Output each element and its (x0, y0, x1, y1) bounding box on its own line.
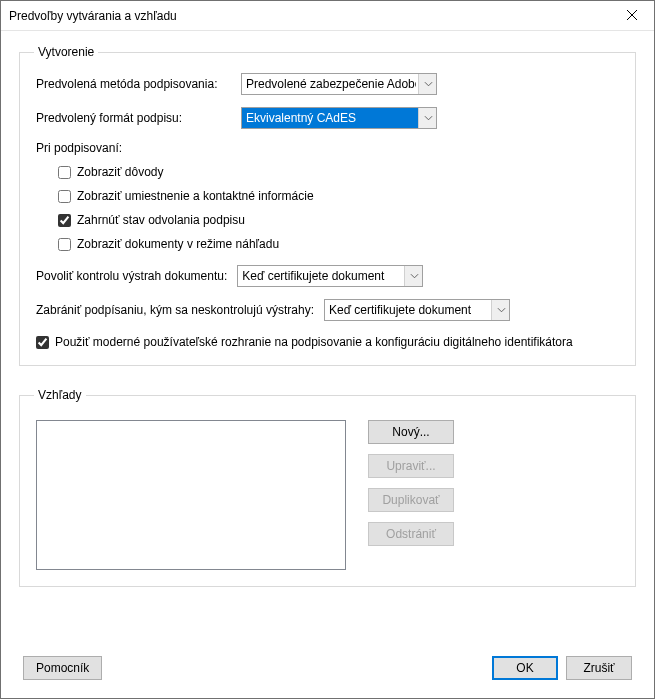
default-method-select[interactable]: Predvolené zabezpečenie Adobe (241, 73, 437, 95)
appearances-buttons: Nový... Upraviť... Duplikovať Odstrániť (368, 420, 454, 570)
dialog-footer: Pomocník OK Zrušiť (19, 656, 636, 684)
default-format-select[interactable]: Ekvivalentný CAdES (241, 107, 437, 129)
when-signing-label: Pri podpisovaní: (36, 141, 619, 155)
cancel-button[interactable]: Zrušiť (566, 656, 632, 680)
default-method-select-wrap: Predvolené zabezpečenie Adobe (241, 73, 437, 95)
allow-warnings-row: Povoliť kontrolu výstrah dokumentu: Keď … (36, 265, 619, 287)
allow-warnings-label: Povoliť kontrolu výstrah dokumentu: (36, 269, 227, 283)
show-reasons-row: Zobraziť dôvody (58, 165, 619, 179)
include-revocation-row: Zahrnúť stav odvolania podpisu (58, 213, 619, 227)
default-format-row: Predvolený formát podpisu: Ekvivalentný … (36, 107, 619, 129)
close-button[interactable] (609, 1, 654, 30)
titlebar: Predvoľby vytvárania a vzhľadu (1, 1, 654, 31)
edit-button[interactable]: Upraviť... (368, 454, 454, 478)
signing-checks: Zobraziť dôvody Zobraziť umiestnenie a k… (58, 165, 619, 251)
default-format-label: Predvolený formát podpisu: (36, 111, 241, 125)
allow-warnings-select-wrap: Keď certifikujete dokument (237, 265, 423, 287)
default-format-select-wrap: Ekvivalentný CAdES (241, 107, 437, 129)
show-reasons-checkbox[interactable] (58, 166, 71, 179)
modern-ui-row: Použiť moderné používateľské rozhranie n… (36, 335, 619, 349)
show-reasons-label: Zobraziť dôvody (77, 165, 164, 179)
dialog-window: Predvoľby vytvárania a vzhľadu Vytvoreni… (0, 0, 655, 699)
appearances-body: Nový... Upraviť... Duplikovať Odstrániť (36, 416, 619, 570)
appearances-listbox[interactable] (36, 420, 346, 570)
allow-warnings-select[interactable]: Keď certifikujete dokument (237, 265, 423, 287)
prevent-signing-label: Zabrániť podpísaniu, kým sa neskontroluj… (36, 303, 314, 317)
show-location-checkbox[interactable] (58, 190, 71, 203)
include-revocation-checkbox[interactable] (58, 214, 71, 227)
close-icon (627, 8, 637, 23)
modern-ui-checkbox[interactable] (36, 336, 49, 349)
appearances-group: Vzhľady Nový... Upraviť... Duplikovať Od… (19, 388, 636, 587)
creation-group: Vytvorenie Predvolená metóda podpisovani… (19, 45, 636, 366)
appearances-legend: Vzhľady (34, 388, 86, 402)
show-location-row: Zobraziť umiestnenie a kontaktné informá… (58, 189, 619, 203)
prevent-signing-select-wrap: Keď certifikujete dokument (324, 299, 510, 321)
include-revocation-label: Zahrnúť stav odvolania podpisu (77, 213, 245, 227)
default-method-label: Predvolená metóda podpisovania: (36, 77, 241, 91)
preview-mode-checkbox[interactable] (58, 238, 71, 251)
preview-mode-label: Zobraziť dokumenty v režime náhľadu (77, 237, 279, 251)
modern-ui-label: Použiť moderné používateľské rozhranie n… (55, 335, 573, 349)
window-title: Predvoľby vytvárania a vzhľadu (9, 9, 177, 23)
prevent-signing-row: Zabrániť podpísaniu, kým sa neskontroluj… (36, 299, 619, 321)
preview-mode-row: Zobraziť dokumenty v režime náhľadu (58, 237, 619, 251)
default-method-row: Predvolená metóda podpisovania: Predvole… (36, 73, 619, 95)
creation-legend: Vytvorenie (34, 45, 98, 59)
help-button[interactable]: Pomocník (23, 656, 102, 680)
delete-button[interactable]: Odstrániť (368, 522, 454, 546)
new-button[interactable]: Nový... (368, 420, 454, 444)
ok-button[interactable]: OK (492, 656, 558, 680)
dialog-content: Vytvorenie Predvolená metóda podpisovani… (1, 31, 654, 698)
prevent-signing-select[interactable]: Keď certifikujete dokument (324, 299, 510, 321)
show-location-label: Zobraziť umiestnenie a kontaktné informá… (77, 189, 314, 203)
duplicate-button[interactable]: Duplikovať (368, 488, 454, 512)
